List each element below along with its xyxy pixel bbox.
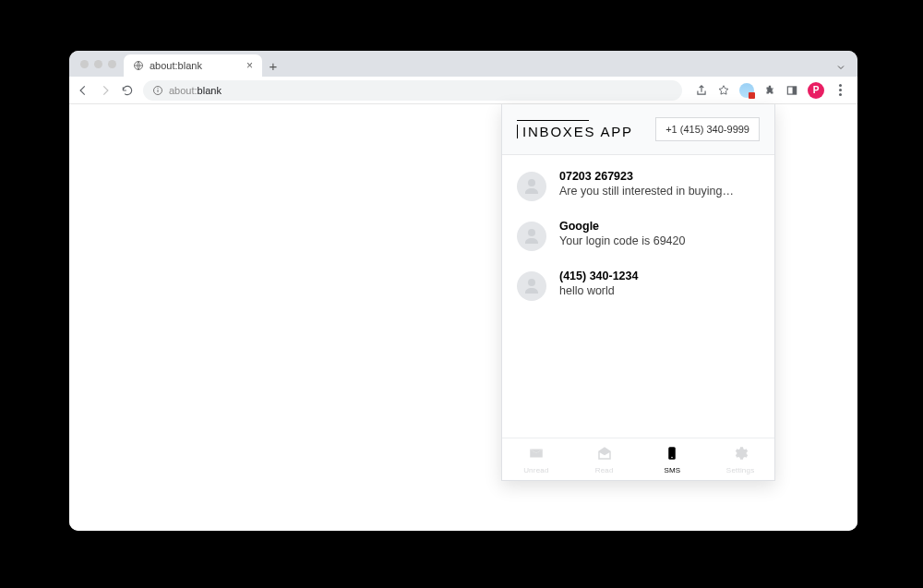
- nav-tab-label: Unread: [523, 466, 548, 474]
- forward-button[interactable]: [99, 84, 112, 97]
- sms-icon: [664, 445, 680, 464]
- bottom-nav: UnreadReadSMSSettings: [502, 438, 774, 480]
- inboxes-extension-icon[interactable]: [739, 83, 754, 98]
- avatar-icon: [517, 222, 546, 251]
- bookmark-star-icon[interactable]: [717, 84, 730, 97]
- app-logo-text: INBOXES APP: [517, 125, 633, 138]
- message-body: 07203 267923Are you still interested in …: [559, 170, 735, 201]
- globe-icon: [133, 60, 144, 71]
- message-sender: (415) 340-1234: [559, 270, 638, 282]
- message-sender: 07203 267923: [559, 170, 735, 183]
- reload-button[interactable]: [121, 84, 134, 97]
- window-maximize[interactable]: [108, 60, 116, 68]
- read-icon: [596, 445, 613, 464]
- browser-toolbar: about:blank P: [69, 77, 857, 104]
- toolbar-actions: P: [691, 82, 850, 99]
- nav-tab-label: SMS: [664, 466, 680, 474]
- chevron-down-icon: [835, 62, 846, 73]
- address-bar[interactable]: about:blank: [143, 80, 682, 101]
- browser-window: about:blank × + about:blank P: [69, 51, 857, 531]
- settings-icon: [732, 445, 749, 464]
- avatar-icon: [517, 172, 546, 201]
- message-body: (415) 340-1234hello world: [559, 270, 638, 301]
- info-icon: [152, 85, 163, 96]
- nav-tab-read[interactable]: Read: [570, 438, 639, 480]
- tab-overflow-button[interactable]: [824, 60, 857, 77]
- window-minimize[interactable]: [94, 60, 102, 68]
- svg-rect-2: [158, 90, 159, 92]
- new-tab-button[interactable]: +: [262, 54, 284, 77]
- nav-tab-label: Settings: [726, 466, 755, 474]
- message-body: GoogleYour login code is 69420: [559, 220, 685, 251]
- back-button[interactable]: [77, 84, 90, 97]
- message-preview: Your login code is 69420: [559, 234, 685, 247]
- message-sender: Google: [559, 220, 685, 233]
- unread-icon: [528, 445, 545, 464]
- phone-selector[interactable]: +1 (415) 340-9999: [655, 117, 760, 141]
- tab-close-button[interactable]: ×: [246, 59, 253, 72]
- nav-tab-sms[interactable]: SMS: [639, 438, 707, 480]
- avatar-icon: [517, 271, 546, 301]
- browser-menu-button[interactable]: [833, 84, 846, 96]
- tab-strip: about:blank × +: [69, 51, 857, 77]
- share-icon[interactable]: [695, 84, 708, 97]
- panel-icon[interactable]: [785, 84, 798, 97]
- message-list: 07203 267923Are you still interested in …: [502, 155, 774, 438]
- nav-tab-label: Read: [595, 466, 614, 474]
- browser-tab[interactable]: about:blank ×: [124, 54, 262, 77]
- window-controls: [77, 51, 124, 77]
- message-preview: hello world: [559, 284, 638, 297]
- popup-header: INBOXES APP +1 (415) 340-9999: [502, 104, 774, 155]
- nav-tab-settings[interactable]: Settings: [706, 438, 774, 480]
- profile-avatar[interactable]: P: [808, 82, 824, 99]
- nav-tab-unread[interactable]: Unread: [502, 438, 570, 480]
- message-preview: Are you still interested in buying my la…: [559, 185, 735, 198]
- url-text: about:blank: [169, 85, 222, 96]
- tab-title: about:blank: [150, 60, 202, 71]
- window-close[interactable]: [80, 60, 89, 68]
- svg-rect-5: [793, 86, 797, 93]
- app-logo: INBOXES APP: [517, 120, 633, 138]
- svg-rect-3: [158, 88, 159, 89]
- message-item[interactable]: 07203 267923Are you still interested in …: [502, 161, 774, 210]
- message-item[interactable]: (415) 340-1234hello world: [502, 260, 774, 310]
- message-item[interactable]: GoogleYour login code is 69420: [502, 210, 774, 260]
- extensions-puzzle-icon[interactable]: [763, 84, 776, 97]
- svg-point-7: [672, 456, 674, 458]
- inboxes-popup: INBOXES APP +1 (415) 340-9999 07203 2679…: [501, 104, 775, 481]
- viewport: INBOXES APP +1 (415) 340-9999 07203 2679…: [69, 104, 857, 531]
